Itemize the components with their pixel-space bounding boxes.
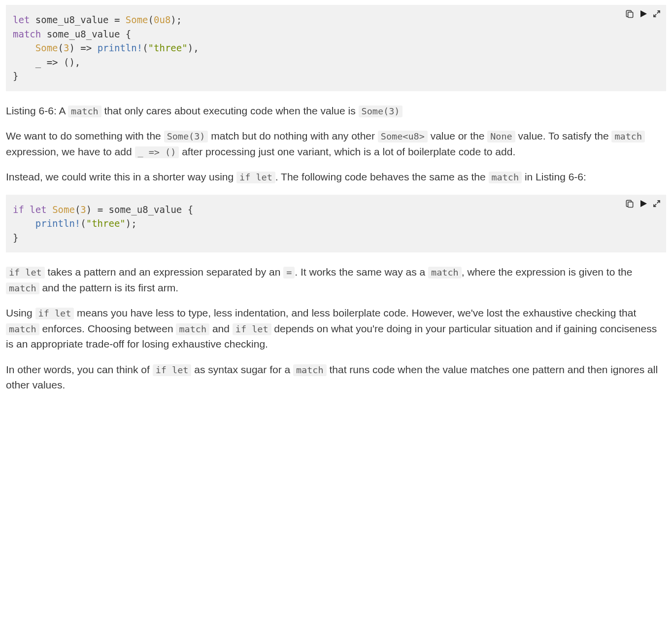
inline-code: Some<u8> bbox=[378, 131, 428, 142]
inline-code: = bbox=[283, 267, 295, 279]
code-content-2: if let Some(3) = some_u8_value { println… bbox=[13, 204, 193, 243]
inline-code: if let bbox=[233, 323, 271, 335]
caption-text: that only cares about executing code whe… bbox=[101, 105, 359, 116]
inline-code: if let bbox=[153, 364, 192, 376]
code-actions bbox=[625, 9, 661, 19]
text: match but do nothing with any other bbox=[208, 130, 377, 141]
inline-code: _ => () bbox=[135, 146, 179, 158]
play-icon[interactable] bbox=[639, 10, 647, 18]
text: , where the expression is given to the bbox=[462, 266, 633, 278]
text: after processing just one variant, which… bbox=[179, 146, 515, 157]
inline-code: match bbox=[489, 172, 522, 183]
svg-rect-2 bbox=[628, 202, 633, 207]
inline-code: Some(3) bbox=[164, 131, 208, 142]
paragraph: Instead, we could write this in a shorte… bbox=[6, 169, 666, 185]
paragraph: We want to do something with the Some(3)… bbox=[6, 128, 666, 159]
text: value. To satisfy the bbox=[515, 130, 612, 141]
text: value or the bbox=[428, 130, 487, 141]
inline-code: match bbox=[293, 364, 327, 376]
inline-code: if let bbox=[6, 267, 45, 279]
caption-text: Listing 6-6: A bbox=[6, 105, 68, 116]
text: Instead, we could write this in a shorte… bbox=[6, 171, 236, 182]
code-content-1: let some_u8_value = Some(0u8); match som… bbox=[13, 14, 199, 81]
paragraph: Using if let means you have less to type… bbox=[6, 305, 666, 352]
text: . It works the same way as a bbox=[295, 266, 428, 278]
text: We want to do something with the bbox=[6, 130, 164, 141]
copy-icon[interactable] bbox=[625, 199, 635, 209]
inline-code: match bbox=[6, 323, 39, 335]
inline-code: Some(3) bbox=[359, 105, 403, 117]
code-listing-1: let some_u8_value = Some(0u8); match som… bbox=[6, 5, 666, 91]
play-icon[interactable] bbox=[639, 200, 647, 208]
copy-icon[interactable] bbox=[625, 9, 635, 19]
text: and bbox=[209, 323, 233, 334]
inline-code: if let bbox=[236, 172, 275, 183]
code-listing-2: if let Some(3) = some_u8_value { println… bbox=[6, 195, 666, 253]
text: In other words, you can think of bbox=[6, 364, 153, 375]
svg-rect-0 bbox=[628, 12, 633, 18]
text: Using bbox=[6, 307, 35, 318]
paragraph: In other words, you can think of if let … bbox=[6, 362, 666, 393]
inline-code: match bbox=[176, 323, 209, 335]
text: means you have less to type, less indent… bbox=[74, 307, 636, 318]
text: in Listing 6-6: bbox=[522, 171, 586, 182]
svg-marker-3 bbox=[640, 200, 647, 207]
expand-icon[interactable] bbox=[652, 9, 661, 18]
code-actions bbox=[625, 199, 661, 209]
inline-code: None bbox=[487, 131, 515, 142]
inline-code: match bbox=[611, 131, 645, 142]
text: and the pattern is its first arm. bbox=[39, 282, 178, 293]
listing-caption: Listing 6-6: A match that only cares abo… bbox=[6, 103, 666, 119]
inline-code: if let bbox=[35, 308, 74, 319]
svg-marker-1 bbox=[640, 10, 647, 17]
text: as syntax sugar for a bbox=[191, 364, 293, 375]
text: takes a pattern and an expression separa… bbox=[45, 266, 284, 278]
expand-icon[interactable] bbox=[652, 199, 661, 208]
inline-code: match bbox=[68, 105, 101, 117]
inline-code: match bbox=[428, 267, 462, 279]
paragraph: if let takes a pattern and an expression… bbox=[6, 264, 666, 295]
text: enforces. Choosing between bbox=[39, 323, 176, 334]
inline-code: match bbox=[6, 282, 39, 294]
text: expression, we have to add bbox=[6, 146, 135, 157]
text: . The following code behaves the same as… bbox=[275, 171, 489, 182]
